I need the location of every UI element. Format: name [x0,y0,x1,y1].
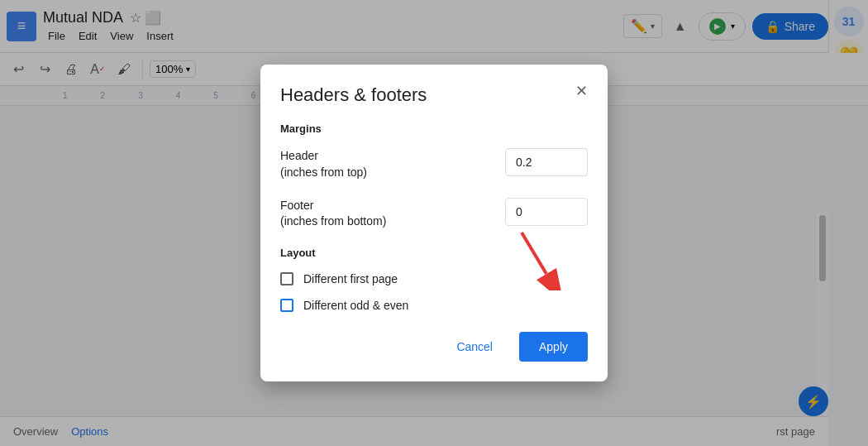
diff-odd-even-label: Different odd & even [303,299,408,312]
header-field-row: Header (inches from top) [280,148,588,180]
diff-first-page-row: Different first page [280,272,588,285]
diff-first-page-checkbox[interactable] [280,272,293,285]
diff-odd-even-checkbox[interactable] [280,299,293,312]
diff-first-page-label: Different first page [303,272,398,285]
diff-odd-even-row: Different odd & even [280,299,588,312]
dialog-title: Headers & footers [280,84,588,106]
dialog-actions: Cancel Apply [280,332,588,362]
cancel-button[interactable]: Cancel [440,332,509,362]
dialog-close-button[interactable]: ✕ [568,78,594,104]
layout-section: Layout Different first page Different od… [280,247,588,312]
layout-section-label: Layout [280,247,588,259]
headers-footers-dialog: Headers & footers ✕ Margins Header (inch… [260,65,608,381]
header-field-label: Header (inches from top) [280,148,367,180]
header-margin-input[interactable] [505,148,588,176]
margins-section-label: Margins [280,122,588,135]
apply-button[interactable]: Apply [519,332,588,362]
footer-margin-input[interactable] [505,198,588,226]
modal-overlay: Headers & footers ✕ Margins Header (inch… [0,0,868,446]
footer-field-label: Footer (inches from bottom) [280,198,386,230]
margins-section: Margins Header (inches from top) Footer … [280,122,588,229]
footer-field-row: Footer (inches from bottom) [280,198,588,230]
